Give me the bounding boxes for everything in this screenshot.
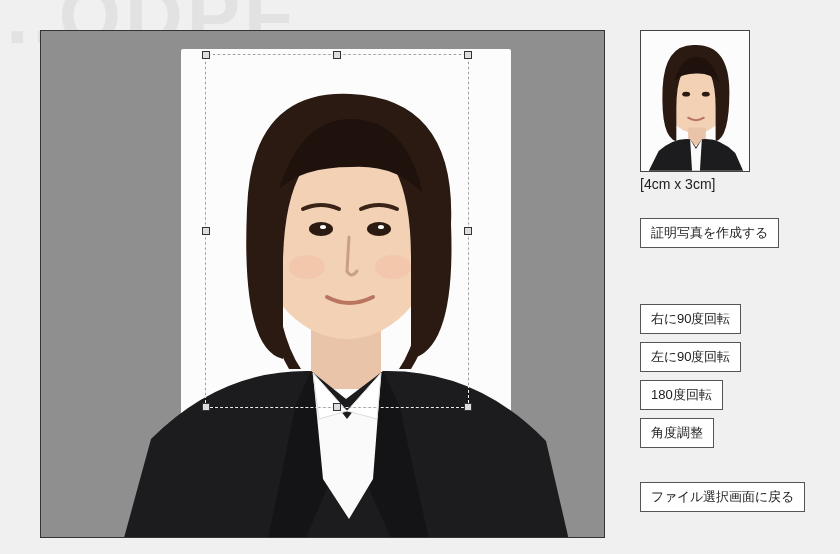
resize-handle-top-mid[interactable] (333, 51, 341, 59)
create-id-photo-button[interactable]: 証明写真を作成する (640, 218, 779, 248)
crop-selection[interactable] (206, 55, 468, 407)
rotate-right-button[interactable]: 右に90度回転 (640, 304, 741, 334)
resize-handle-mid-left[interactable] (202, 227, 210, 235)
resize-handle-bottom-right[interactable] (464, 403, 472, 411)
resize-handle-top-right[interactable] (464, 51, 472, 59)
rotate-180-button[interactable]: 180度回転 (640, 380, 723, 410)
resize-handle-bottom-left[interactable] (202, 403, 210, 411)
crop-preview (640, 30, 750, 172)
side-panel: [4cm x 3cm] 証明写真を作成する 右に90度回転 左に90度回転 18… (640, 30, 800, 538)
size-label: [4cm x 3cm] (640, 176, 800, 192)
back-to-file-select-button[interactable]: ファイル選択画面に戻る (640, 482, 805, 512)
resize-handle-mid-right[interactable] (464, 227, 472, 235)
resize-handle-top-left[interactable] (202, 51, 210, 59)
rotate-button-group: 右に90度回転 左に90度回転 180度回転 角度調整 (640, 304, 800, 448)
rotate-left-button[interactable]: 左に90度回転 (640, 342, 741, 372)
svg-point-12 (682, 92, 690, 97)
angle-adjust-button[interactable]: 角度調整 (640, 418, 714, 448)
editor-canvas[interactable] (40, 30, 605, 538)
resize-handle-bottom-mid[interactable] (333, 403, 341, 411)
svg-point-13 (702, 92, 710, 97)
